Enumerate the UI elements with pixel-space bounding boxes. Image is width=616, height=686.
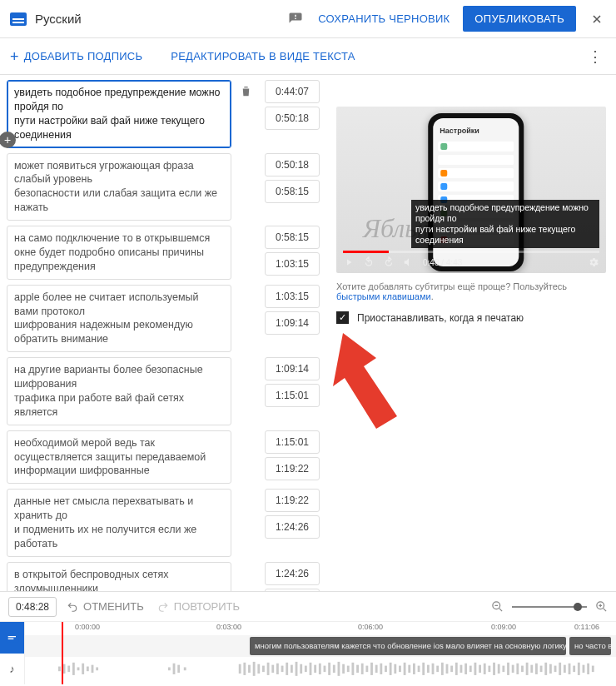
delete-segment-icon[interactable] xyxy=(236,85,255,97)
zoom-out-icon[interactable] xyxy=(491,600,504,613)
caption-segment[interactable]: на само подключение то в открывшемся окн… xyxy=(7,226,320,280)
svg-rect-21 xyxy=(248,665,251,673)
svg-rect-76 xyxy=(507,663,509,675)
svg-rect-42 xyxy=(347,666,350,673)
add-segment-bubble[interactable]: + xyxy=(0,132,16,148)
svg-rect-81 xyxy=(530,665,533,673)
svg-rect-30 xyxy=(291,665,293,673)
svg-rect-58 xyxy=(422,663,425,675)
svg-rect-71 xyxy=(484,664,486,674)
svg-rect-64 xyxy=(450,666,453,673)
segment-end-time[interactable]: 1:03:15 xyxy=(265,252,320,276)
audio-track[interactable] xyxy=(25,657,616,682)
svg-rect-75 xyxy=(502,666,504,673)
caption-segment[interactable]: на другие варианты более безопасные шифр… xyxy=(7,357,320,425)
svg-rect-24 xyxy=(262,666,265,673)
watermark: Яблык xyxy=(363,213,435,244)
undo-button[interactable]: ОТМЕНИТЬ xyxy=(67,600,144,613)
segment-start-time[interactable]: 1:24:26 xyxy=(265,562,320,585)
segment-text[interactable]: необходимой мерой ведь так осуществляетс… xyxy=(7,430,231,485)
caption-segment[interactable]: необходимой мерой ведь так осуществляетс… xyxy=(7,430,320,485)
segment-text[interactable]: данные нет смысла перехватывать и хранит… xyxy=(7,489,231,557)
segment-text[interactable]: на само подключение то в открывшемся окн… xyxy=(7,226,231,280)
caption-segment[interactable]: может появиться угрожающая фраза слабый … xyxy=(7,153,320,221)
svg-rect-68 xyxy=(469,666,472,673)
svg-rect-94 xyxy=(592,666,594,673)
svg-rect-8 xyxy=(67,666,70,673)
segment-text[interactable]: на другие варианты более безопасные шифр… xyxy=(7,357,231,425)
segment-text[interactable]: в открытой беспроводных сетях злоумышлен… xyxy=(7,562,231,591)
caption-segment[interactable]: apple более не считает используемый вами… xyxy=(7,285,320,353)
feedback-icon[interactable] xyxy=(286,10,305,28)
segment-end-time[interactable]: 0:50:18 xyxy=(265,107,320,130)
zoom-slider[interactable] xyxy=(512,606,587,608)
zoom-in-icon[interactable] xyxy=(595,600,608,613)
svg-rect-3 xyxy=(6,633,18,642)
svg-rect-18 xyxy=(184,667,186,670)
segment-text[interactable]: apple более не считает используемый вами… xyxy=(7,285,231,353)
forward-icon[interactable] xyxy=(383,256,395,268)
checkbox-icon[interactable]: ✓ xyxy=(336,311,349,324)
caption-segment[interactable]: данные нет смысла перехватывать и хранит… xyxy=(7,489,320,557)
timeline-caption-block[interactable]: но часто в xyxy=(569,637,611,655)
svg-rect-59 xyxy=(427,665,430,673)
timeline-caption-block[interactable]: многим пользователям кажется что обновле… xyxy=(250,637,566,655)
timeline-ruler[interactable]: 0:00:000:03:000:06:000:09:000:11:06 xyxy=(25,622,616,635)
segment-end-time[interactable]: 1:24:26 xyxy=(265,515,320,539)
svg-rect-4 xyxy=(7,638,13,639)
svg-rect-32 xyxy=(300,664,302,674)
preview-panel: Яблык Настройки увидеть подобное предупр… xyxy=(326,75,616,591)
svg-rect-69 xyxy=(474,663,477,675)
rewind-icon[interactable] xyxy=(363,256,375,268)
edit-as-text-button[interactable]: РЕДАКТИРОВАТЬ В ВИДЕ ТЕКСТА xyxy=(171,50,355,62)
playhead[interactable] xyxy=(62,622,63,684)
svg-rect-77 xyxy=(512,665,514,673)
play-icon[interactable] xyxy=(343,256,355,268)
segment-end-time[interactable]: 1:29:01 xyxy=(265,589,320,591)
segment-start-time[interactable]: 0:44:07 xyxy=(265,80,320,103)
segment-end-time[interactable]: 0:58:15 xyxy=(265,180,320,203)
caption-track[interactable]: многим пользователям кажется что обновле… xyxy=(25,635,616,657)
segment-end-time[interactable]: 1:09:14 xyxy=(265,311,320,335)
segment-end-time[interactable]: 1:15:01 xyxy=(265,384,320,407)
ruler-tick: 0:09:00 xyxy=(491,623,516,631)
caption-segment[interactable]: увидеть подобное предупреждение можно пр… xyxy=(7,80,320,148)
svg-rect-63 xyxy=(446,664,449,674)
segment-end-time[interactable]: 1:19:22 xyxy=(265,457,320,480)
svg-rect-14 xyxy=(96,667,98,670)
segment-start-time[interactable]: 0:58:15 xyxy=(265,226,320,249)
settings-gear-icon[interactable] xyxy=(588,256,599,268)
svg-rect-51 xyxy=(390,663,392,675)
add-caption-button[interactable]: + ДОБАВИТЬ ПОДПИСЬ xyxy=(10,50,142,62)
more-options-icon[interactable]: ⋮ xyxy=(584,47,606,66)
pause-while-typing-row[interactable]: ✓ Приостанавливать, когда я печатаю xyxy=(336,311,606,324)
segment-start-time[interactable]: 1:09:14 xyxy=(265,357,320,380)
publish-button[interactable]: ОПУБЛИКОВАТЬ xyxy=(463,6,576,32)
hotkeys-link[interactable]: быстрыми клавишами xyxy=(336,291,431,301)
segment-start-time[interactable]: 1:03:15 xyxy=(265,285,320,308)
svg-rect-17 xyxy=(177,665,180,673)
svg-rect-61 xyxy=(436,666,439,673)
volume-icon[interactable] xyxy=(403,256,415,268)
save-draft-button[interactable]: СОХРАНИТЬ ЧЕРНОВИК xyxy=(318,12,450,25)
audio-track-tab[interactable]: ♪ xyxy=(0,654,24,685)
svg-rect-67 xyxy=(464,664,467,674)
segment-start-time[interactable]: 0:50:18 xyxy=(265,153,320,176)
segment-start-time[interactable]: 1:15:01 xyxy=(265,430,320,454)
close-icon[interactable] xyxy=(588,10,606,28)
add-caption-label: ДОБАВИТЬ ПОДПИСЬ xyxy=(24,50,143,62)
segment-start-time[interactable]: 1:19:22 xyxy=(265,489,320,512)
caption-track-tab[interactable] xyxy=(0,622,24,654)
svg-rect-56 xyxy=(413,664,415,674)
svg-rect-88 xyxy=(564,665,566,673)
annotation-arrow xyxy=(318,333,410,433)
caption-segment[interactable]: в открытой беспроводных сетях злоумышлен… xyxy=(7,562,320,591)
current-time-input[interactable]: 0:48:28 xyxy=(8,597,57,617)
video-player[interactable]: Яблык Настройки увидеть подобное предупр… xyxy=(336,107,606,273)
svg-rect-57 xyxy=(418,666,420,673)
segment-text[interactable]: может появиться угрожающая фраза слабый … xyxy=(7,153,231,221)
segment-text[interactable]: увидеть подобное предупреждение можно пр… xyxy=(7,80,231,148)
svg-rect-47 xyxy=(370,663,373,675)
redo-button[interactable]: ПОВТОРИТЬ xyxy=(157,600,240,613)
svg-rect-5 xyxy=(7,636,15,637)
